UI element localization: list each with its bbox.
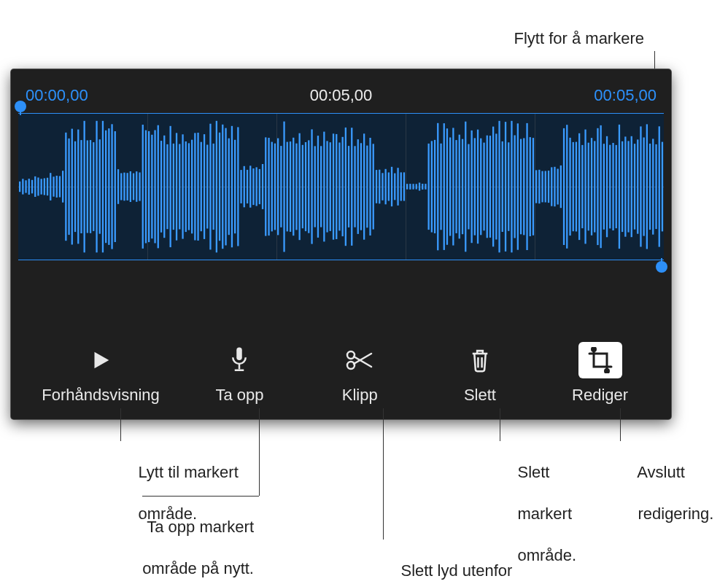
svg-rect-112 [363, 133, 365, 239]
svg-rect-161 [514, 136, 516, 238]
svg-rect-46 [160, 141, 162, 233]
svg-rect-151 [483, 143, 484, 231]
svg-rect-60 [204, 134, 205, 239]
svg-rect-54 [185, 141, 187, 232]
svg-rect-163 [520, 139, 522, 235]
svg-rect-136 [437, 123, 438, 250]
svg-rect-15 [65, 133, 66, 241]
waveform-area[interactable] [18, 113, 664, 260]
svg-rect-150 [480, 139, 481, 235]
trim-handle-left[interactable] [15, 101, 26, 112]
svg-rect-174 [554, 167, 555, 206]
svg-rect-118 [382, 173, 383, 200]
svg-rect-5 [34, 176, 36, 197]
svg-rect-176 [560, 166, 562, 208]
callout-drag-to-select-line1: Flytt for å markere [514, 29, 644, 47]
svg-rect-111 [360, 143, 362, 230]
leader-cut [383, 408, 384, 540]
svg-rect-28 [105, 131, 107, 243]
svg-rect-114 [369, 138, 371, 235]
svg-rect-103 [336, 134, 337, 239]
svg-rect-130 [419, 183, 420, 191]
svg-rect-107 [348, 146, 349, 227]
svg-rect-203 [643, 138, 645, 236]
svg-rect-139 [446, 128, 448, 245]
leader-record [259, 408, 260, 496]
svg-rect-68 [228, 139, 230, 235]
record-button-label: Ta opp [215, 386, 263, 405]
svg-rect-80 [265, 137, 266, 235]
record-button[interactable]: Ta opp [199, 342, 279, 405]
svg-rect-71 [237, 127, 239, 246]
scissors-icon [338, 342, 382, 378]
svg-rect-49 [170, 126, 171, 247]
svg-rect-8 [44, 179, 45, 195]
svg-rect-211 [239, 364, 241, 370]
svg-rect-20 [80, 140, 82, 233]
svg-rect-102 [333, 133, 334, 239]
callout-delete-line2: markert [517, 505, 572, 523]
callout-delete-line1: Slett [517, 463, 549, 481]
svg-rect-2 [25, 180, 26, 192]
trash-icon [458, 342, 502, 378]
svg-point-213 [347, 351, 355, 359]
svg-rect-85 [280, 146, 282, 227]
edit-button[interactable]: Rediger [560, 342, 640, 405]
cut-button[interactable]: Klipp [320, 342, 400, 405]
svg-rect-63 [213, 144, 214, 230]
svg-rect-168 [535, 170, 537, 203]
callout-delete: Slett markert område. [500, 441, 576, 584]
svg-rect-3 [28, 179, 30, 195]
svg-rect-110 [357, 139, 359, 234]
callout-record-line2: område på nytt. [142, 559, 254, 577]
cut-button-label: Klipp [342, 386, 378, 405]
svg-rect-52 [179, 144, 180, 230]
svg-rect-189 [600, 125, 602, 248]
svg-rect-79 [262, 164, 263, 209]
svg-rect-42 [148, 131, 150, 242]
svg-rect-173 [551, 167, 552, 206]
svg-rect-148 [474, 138, 476, 235]
svg-rect-14 [62, 171, 63, 203]
preview-button[interactable]: Forhåndsvisning [42, 342, 159, 405]
svg-rect-175 [557, 169, 559, 205]
svg-rect-154 [492, 127, 494, 247]
svg-rect-44 [154, 131, 155, 244]
delete-button[interactable]: Slett [440, 342, 520, 405]
trim-handle-right[interactable] [656, 261, 667, 273]
svg-rect-186 [591, 138, 592, 235]
svg-rect-69 [231, 126, 233, 247]
svg-rect-82 [271, 142, 273, 232]
svg-rect-109 [354, 146, 355, 227]
svg-rect-142 [455, 140, 457, 233]
svg-rect-99 [323, 132, 325, 242]
editor-toolbar: Forhåndsvisning Ta opp [11, 342, 671, 405]
svg-rect-92 [302, 145, 303, 228]
leader-edit [620, 408, 621, 441]
svg-rect-19 [77, 130, 79, 244]
svg-rect-57 [194, 133, 195, 240]
svg-rect-6 [37, 178, 39, 196]
svg-rect-27 [102, 121, 104, 252]
svg-rect-183 [581, 145, 583, 228]
svg-rect-190 [603, 144, 605, 230]
svg-rect-134 [431, 141, 433, 232]
callout-edit: Avslutt redigering. [620, 441, 713, 545]
svg-rect-127 [409, 184, 411, 190]
svg-rect-188 [597, 128, 598, 245]
crop-icon [578, 342, 622, 378]
svg-rect-149 [477, 130, 479, 244]
svg-rect-30 [111, 124, 112, 249]
svg-rect-58 [197, 133, 198, 241]
svg-rect-200 [634, 144, 635, 230]
svg-rect-50 [173, 144, 174, 230]
svg-rect-64 [216, 121, 217, 252]
svg-rect-143 [459, 135, 460, 239]
svg-rect-172 [548, 171, 549, 203]
svg-rect-45 [158, 125, 159, 249]
svg-rect-197 [624, 136, 626, 236]
svg-rect-48 [166, 144, 168, 229]
svg-rect-21 [84, 121, 85, 252]
svg-rect-179 [569, 138, 570, 235]
svg-rect-135 [434, 140, 435, 233]
